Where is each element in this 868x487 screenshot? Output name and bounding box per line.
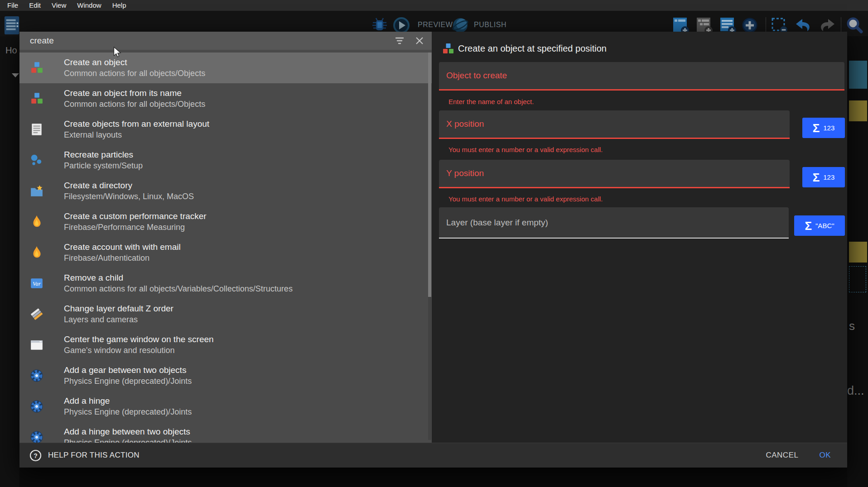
background-object-thumbnail (849, 100, 867, 121)
background-left-panel: Ho (0, 36, 19, 487)
field-helper-text: Enter the name of an object. (448, 98, 534, 105)
menu-view[interactable]: View (46, 0, 72, 11)
search-input[interactable]: create (30, 36, 386, 46)
filter-icon[interactable] (394, 35, 405, 47)
folder-star-icon (29, 183, 45, 199)
field-placeholder: Y position (446, 168, 484, 178)
dialog-footer: ? HELP FOR THIS ACTION CANCEL OK (19, 443, 847, 468)
action-results-list: Create an object Common actions for all … (19, 50, 432, 443)
action-subtitle: Filesystem/Windows, Linux, MacOS (64, 192, 194, 201)
cancel-button[interactable]: CANCEL (766, 451, 798, 460)
action-detail-panel: Create an object at specified position O… (432, 32, 847, 443)
menu-edit[interactable]: Edit (24, 0, 46, 11)
svg-text:?: ? (34, 452, 38, 459)
action-subtitle: Game's window and resolution (64, 346, 214, 355)
menu-file[interactable]: File (2, 0, 24, 11)
list-item[interactable]: Add a hinge Physics Engine (deprecated)/… (19, 391, 432, 422)
layers-icon (29, 306, 45, 322)
cubes-icon (29, 60, 45, 76)
expression-button-label: 123 (823, 173, 834, 181)
background-text-fragment: d... (847, 384, 864, 398)
expression-button-label: 123 (823, 124, 834, 132)
y-position-field[interactable]: Y position (439, 160, 790, 188)
list-item[interactable]: Center the game window on the screen Gam… (19, 329, 432, 360)
background-object-thumbnail (849, 61, 867, 89)
search-icon[interactable] (845, 16, 864, 35)
action-title: Center the game window on the screen (64, 334, 214, 344)
chevron-down-icon[interactable] (12, 73, 19, 77)
field-placeholder: Object to create (446, 71, 507, 81)
cubes-icon (29, 91, 45, 107)
action-subtitle: Common actions for all objects/Objects (64, 69, 205, 78)
gear-icon (29, 398, 45, 415)
sigma-icon: Σ (813, 122, 820, 134)
action-title: Create account with with email (64, 242, 181, 252)
action-subtitle: Firebase/Performance Measuring (64, 223, 207, 232)
list-item[interactable]: Create a custom performance tracker Fire… (19, 206, 432, 237)
background-object-thumbnail (849, 242, 867, 263)
close-icon[interactable] (414, 35, 425, 47)
list-item[interactable]: Create account with with email Firebase/… (19, 237, 432, 268)
list-item[interactable]: Create a directory Filesystem/Windows, L… (19, 176, 432, 206)
action-title: Create an object from its name (64, 88, 205, 98)
field-placeholder: X position (446, 119, 484, 129)
publish-button[interactable]: PUBLISH (474, 16, 506, 33)
project-manager-icon[interactable] (4, 15, 21, 36)
variable-badge-icon (29, 275, 45, 291)
action-title: Create a directory (64, 181, 194, 191)
action-title: Create a custom performance tracker (64, 211, 207, 221)
firebase-flame-icon (29, 244, 45, 261)
list-item[interactable]: Remove a child Common actions for all ob… (19, 268, 432, 299)
menu-help[interactable]: Help (107, 0, 132, 11)
list-item[interactable]: Create an object from its name Common ac… (19, 83, 432, 114)
action-subtitle: Physics Engine (deprecated)/Joints (64, 438, 192, 443)
action-results-panel: create Create an object Common actions f… (19, 32, 432, 443)
action-subtitle: Firebase/Authentication (64, 253, 181, 263)
gear-icon (29, 368, 45, 384)
action-title: Create objects from an external layout (64, 119, 209, 129)
help-label: HELP FOR THIS ACTION (48, 451, 140, 460)
sigma-icon: Σ (805, 220, 812, 232)
action-subtitle: Layers and cameras (64, 315, 174, 325)
object-to-create-field[interactable]: Object to create (439, 62, 844, 91)
home-tab-partial[interactable]: Ho (5, 45, 17, 56)
expression-editor-button-y[interactable]: Σ 123 (802, 167, 845, 187)
background-selection-outline (849, 266, 866, 292)
layer-field[interactable]: Layer (base layer if empty) (439, 207, 789, 239)
help-for-this-action-button[interactable]: ? HELP FOR THIS ACTION (29, 449, 140, 462)
window-icon (29, 337, 45, 353)
help-icon: ? (29, 449, 42, 462)
preview-button[interactable]: PREVIEW (418, 16, 453, 33)
list-item[interactable]: Change layer default Z order Layers and … (19, 299, 432, 329)
toolbar-separator (766, 17, 766, 33)
list-scrollbar-thumb[interactable] (428, 53, 431, 297)
action-search-bar: create (19, 32, 432, 50)
field-error-text: You must enter a number or a valid expre… (448, 146, 603, 153)
action-subtitle: Common actions for all objects/Variables… (64, 284, 293, 294)
action-title: Add a gear between two objects (64, 365, 192, 375)
action-subtitle: External layouts (64, 130, 209, 140)
list-item[interactable]: Recreate particles Particle system/Setup (19, 145, 432, 176)
sigma-icon: Σ (813, 172, 820, 183)
ok-button[interactable]: OK (819, 451, 831, 460)
list-item[interactable]: Create an object Common actions for all … (19, 53, 432, 83)
toolbar-separator (841, 17, 841, 33)
background-text-fragment: s (849, 319, 855, 333)
menu-window[interactable]: Window (72, 0, 106, 11)
gear-icon (29, 429, 45, 443)
action-subtitle: Physics Engine (deprecated)/Joints (64, 377, 192, 386)
expression-editor-button-layer[interactable]: Σ "ABC" (794, 215, 845, 236)
field-error-text: You must enter a number or a valid expre… (448, 195, 603, 203)
expression-button-label: "ABC" (815, 222, 834, 229)
list-item[interactable]: Create objects from an external layout E… (19, 114, 432, 145)
x-position-field[interactable]: X position (439, 110, 790, 139)
action-detail-title: Create an object at specified position (458, 43, 607, 54)
document-icon (29, 121, 45, 138)
action-title: Change layer default Z order (64, 304, 174, 314)
expression-editor-button-x[interactable]: Σ 123 (802, 118, 845, 138)
action-title: Add a hinge between two objects (64, 427, 192, 437)
list-item[interactable]: Add a gear between two objects Physics E… (19, 360, 432, 391)
menu-bar: File Edit View Window Help (0, 0, 868, 11)
action-title: Remove a child (64, 273, 293, 283)
list-item[interactable]: Add a hinge between two objects Physics … (19, 422, 432, 443)
